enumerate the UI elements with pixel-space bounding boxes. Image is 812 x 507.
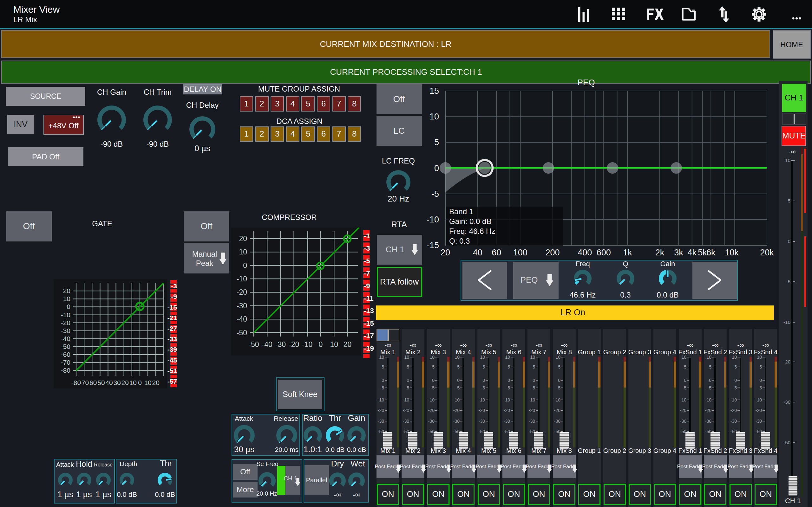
svg-text:Gain: 0.0 dB: Gain: 0.0 dB: [449, 217, 491, 226]
svg-text:10: 10: [63, 295, 70, 302]
svg-text:-10: -10: [61, 311, 70, 319]
svg-text:20k: 20k: [760, 248, 774, 257]
svg-text:-5: -5: [432, 189, 439, 199]
svg-text:10k: 10k: [725, 248, 739, 257]
svg-text:-50: -50: [248, 340, 259, 349]
svg-text:100: 100: [513, 248, 527, 257]
svg-text:-10: -10: [127, 379, 137, 386]
svg-text:-40: -40: [262, 340, 272, 349]
svg-text:-15: -15: [426, 240, 439, 250]
svg-text:-60: -60: [61, 351, 70, 358]
svg-text:-10: -10: [426, 215, 439, 224]
svg-text:0: 0: [67, 303, 70, 310]
svg-text:20: 20: [63, 287, 70, 294]
svg-text:1k: 1k: [623, 248, 632, 257]
svg-text:20: 20: [239, 234, 247, 243]
svg-text:Freq: 46.6 Hz: Freq: 46.6 Hz: [449, 227, 495, 235]
svg-text:6k: 6k: [706, 248, 716, 257]
svg-text:3k: 3k: [674, 248, 683, 257]
svg-text:-40: -40: [237, 315, 247, 323]
svg-text:10: 10: [330, 340, 338, 349]
svg-text:0: 0: [319, 340, 323, 349]
svg-text:-30: -30: [275, 340, 286, 349]
svg-text:0: 0: [243, 262, 247, 270]
svg-text:10: 10: [144, 379, 151, 386]
svg-text:-50: -50: [237, 329, 247, 337]
svg-text:Band 1: Band 1: [449, 207, 473, 216]
svg-text:10: 10: [429, 112, 439, 121]
svg-text:20: 20: [441, 248, 450, 257]
svg-text:600: 600: [597, 248, 611, 257]
svg-text:-20: -20: [237, 288, 247, 296]
svg-text:0: 0: [138, 379, 142, 386]
svg-text:15: 15: [429, 88, 439, 96]
svg-text:20: 20: [344, 340, 352, 349]
svg-text:10: 10: [239, 248, 247, 256]
svg-text:-30: -30: [61, 327, 70, 334]
svg-text:4k: 4k: [687, 248, 697, 257]
svg-text:0: 0: [434, 164, 439, 173]
svg-text:-10: -10: [237, 275, 247, 283]
svg-text:-30: -30: [237, 302, 247, 310]
svg-text:-70: -70: [61, 359, 70, 366]
svg-text:-50: -50: [61, 343, 70, 350]
svg-text:-20: -20: [61, 319, 70, 326]
svg-text:400: 400: [577, 248, 592, 257]
svg-text:20: 20: [152, 379, 159, 386]
svg-text:200: 200: [545, 248, 560, 257]
svg-text:-20: -20: [289, 340, 299, 349]
svg-text:-10: -10: [302, 340, 312, 349]
svg-text:-80: -80: [61, 367, 70, 374]
svg-text:40: 40: [473, 248, 483, 257]
svg-text:60: 60: [492, 248, 501, 257]
svg-text:Q: 0.3: Q: 0.3: [449, 237, 470, 245]
svg-text:5: 5: [434, 137, 439, 147]
svg-text:-40: -40: [61, 335, 70, 342]
svg-text:2k: 2k: [655, 248, 664, 257]
svg-text:5k: 5k: [698, 248, 707, 257]
